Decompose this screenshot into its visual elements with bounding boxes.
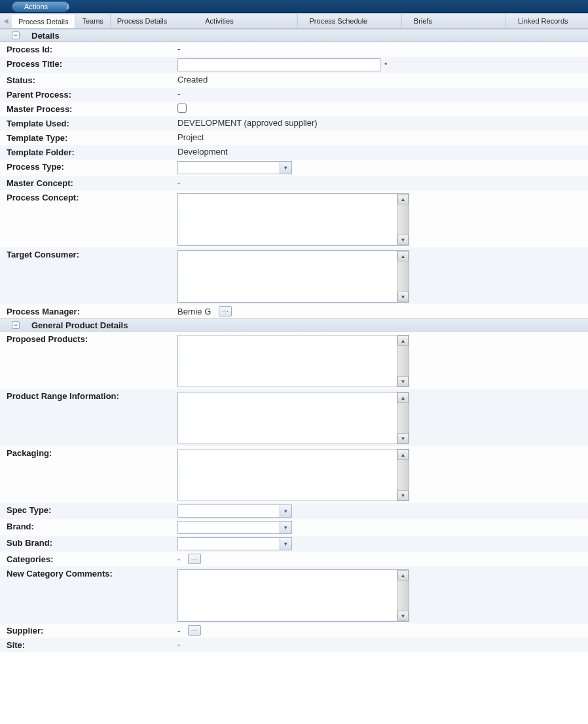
tab-process-details-2[interactable]: Process Details bbox=[111, 14, 193, 28]
tab-label: Process Schedule bbox=[310, 17, 368, 25]
row-master-concept: Master Concept: - bbox=[0, 176, 588, 190]
scroll-up-icon: ▲ bbox=[397, 194, 409, 204]
label-brand: Brand: bbox=[0, 520, 174, 533]
brand-dropdown[interactable]: ▾ bbox=[177, 521, 292, 534]
tab-process-schedule[interactable]: Process Schedule bbox=[298, 14, 402, 28]
scrollbar[interactable]: ▲ ▼ bbox=[397, 570, 409, 621]
row-process-id: Process Id: - bbox=[0, 42, 588, 56]
label-process-manager: Process Manager: bbox=[0, 305, 174, 318]
tab-bar: ◄ Process Details Teams Process Details … bbox=[0, 13, 588, 29]
process-concept-textarea-wrap: ▲ ▼ bbox=[177, 193, 409, 246]
row-sub-brand: Sub Brand: ▾ bbox=[0, 535, 588, 552]
scrollbar[interactable]: ▲ ▼ bbox=[397, 392, 409, 444]
row-status: Status: Created bbox=[0, 73, 588, 87]
target-consumer-textarea[interactable] bbox=[178, 251, 397, 302]
collapse-icon[interactable]: − bbox=[12, 31, 20, 39]
tab-activities[interactable]: Activities bbox=[193, 14, 297, 28]
scroll-down-icon: ▼ bbox=[397, 235, 409, 245]
value-template-used: DEVELOPMENT (approved supplier) bbox=[174, 117, 588, 129]
process-title-input[interactable] bbox=[177, 58, 380, 71]
tab-process-details-1[interactable]: Process Details bbox=[12, 14, 75, 28]
tab-briefs[interactable]: Briefs bbox=[402, 14, 506, 28]
label-template-type: Template Type: bbox=[0, 131, 174, 145]
tab-label: Teams bbox=[82, 17, 103, 25]
dropdown-text bbox=[178, 505, 280, 517]
new-category-comments-textarea[interactable] bbox=[178, 570, 397, 621]
required-indicator: * bbox=[384, 61, 387, 69]
label-categories: Categories: bbox=[0, 552, 174, 566]
label-packaging: Packaging: bbox=[0, 446, 174, 460]
label-status: Status: bbox=[0, 73, 174, 87]
actions-button[interactable]: Actions ⇩ bbox=[12, 1, 69, 12]
scroll-up-icon: ▲ bbox=[397, 251, 409, 261]
row-process-concept: Process Concept: ▲ ▼ bbox=[0, 190, 588, 247]
scroll-up-icon: ▲ bbox=[397, 449, 409, 460]
packaging-textarea[interactable] bbox=[178, 449, 397, 501]
chevron-down-icon: ▾ bbox=[280, 538, 291, 550]
chevron-down-icon: ▾ bbox=[280, 505, 291, 517]
tab-linked-records[interactable]: Linked Records bbox=[506, 14, 588, 28]
tab-scroll-left-icon[interactable]: ◄ bbox=[0, 14, 12, 28]
row-process-type: Process Type: ▾ bbox=[0, 159, 588, 176]
scrollbar[interactable]: ▲ ▼ bbox=[397, 251, 409, 302]
general-product-form: Proposed Products: ▲ ▼ Product Range Inf… bbox=[0, 332, 588, 652]
categories-picker-button[interactable]: ··· bbox=[188, 554, 201, 564]
process-manager-picker-button[interactable]: ··· bbox=[219, 306, 232, 316]
dropdown-text bbox=[178, 522, 280, 533]
chevron-down-icon: ▾ bbox=[280, 522, 291, 533]
label-site: Site: bbox=[0, 638, 174, 652]
row-product-range-info: Product Range Information: ▲ ▼ bbox=[0, 389, 588, 446]
label-spec-type: Spec Type: bbox=[0, 503, 174, 517]
row-process-title: Process Title: * bbox=[0, 56, 588, 73]
master-process-checkbox[interactable] bbox=[177, 104, 187, 113]
value-categories: - bbox=[177, 554, 180, 564]
process-concept-textarea[interactable] bbox=[178, 194, 397, 245]
scrollbar[interactable]: ▲ ▼ bbox=[397, 194, 409, 245]
row-categories: Categories: - ··· bbox=[0, 552, 588, 566]
label-product-range-info: Product Range Information: bbox=[0, 389, 174, 403]
scroll-down-icon: ▼ bbox=[397, 433, 409, 444]
label-parent-process: Parent Process: bbox=[0, 88, 174, 102]
spec-type-dropdown[interactable]: ▾ bbox=[177, 505, 292, 518]
collapse-icon[interactable]: − bbox=[12, 321, 20, 329]
tab-label: Activities bbox=[205, 17, 233, 25]
label-process-type: Process Type: bbox=[0, 160, 174, 174]
supplier-picker-button[interactable]: ··· bbox=[188, 625, 201, 636]
tab-label: Briefs bbox=[414, 17, 432, 25]
product-range-info-textarea[interactable] bbox=[178, 392, 397, 444]
new-category-comments-textarea-wrap: ▲ ▼ bbox=[177, 569, 409, 622]
row-parent-process: Parent Process: - bbox=[0, 87, 588, 102]
sub-brand-dropdown[interactable]: ▾ bbox=[177, 537, 292, 550]
scroll-up-icon: ▲ bbox=[397, 392, 409, 403]
scrollbar[interactable]: ▲ ▼ bbox=[397, 449, 409, 501]
section-header-details: − Details bbox=[0, 29, 588, 42]
label-master-concept: Master Concept: bbox=[0, 176, 174, 190]
scroll-down-icon: ▼ bbox=[397, 292, 409, 302]
packaging-textarea-wrap: ▲ ▼ bbox=[177, 449, 409, 501]
value-master-concept: - bbox=[174, 176, 588, 189]
label-process-concept: Process Concept: bbox=[0, 191, 174, 204]
value-template-folder: Development bbox=[174, 145, 588, 158]
label-master-process: Master Process: bbox=[0, 102, 174, 116]
label-supplier: Supplier: bbox=[0, 624, 174, 638]
value-process-id: - bbox=[174, 43, 588, 55]
row-proposed-products: Proposed Products: ▲ ▼ bbox=[0, 332, 588, 389]
proposed-products-textarea-wrap: ▲ ▼ bbox=[177, 335, 409, 387]
process-type-dropdown[interactable]: ▾ bbox=[177, 161, 292, 174]
value-supplier: - bbox=[177, 626, 180, 636]
scroll-down-icon: ▼ bbox=[397, 376, 409, 387]
row-site: Site: - bbox=[0, 638, 588, 652]
label-proposed-products: Proposed Products: bbox=[0, 332, 174, 346]
tab-teams[interactable]: Teams bbox=[75, 14, 110, 28]
scroll-down-icon: ▼ bbox=[397, 490, 409, 501]
label-sub-brand: Sub Brand: bbox=[0, 536, 174, 550]
scrollbar[interactable]: ▲ ▼ bbox=[397, 335, 409, 387]
row-packaging: Packaging: ▲ ▼ bbox=[0, 446, 588, 503]
label-new-category-comments: New Category Comments: bbox=[0, 567, 174, 581]
scroll-up-icon: ▲ bbox=[397, 335, 409, 346]
proposed-products-textarea[interactable] bbox=[178, 335, 397, 387]
value-template-type: Project bbox=[174, 131, 588, 143]
value-process-manager: Bernie G bbox=[177, 307, 211, 316]
top-bar: Actions ⇩ bbox=[0, 0, 588, 13]
scroll-up-icon: ▲ bbox=[397, 570, 409, 581]
